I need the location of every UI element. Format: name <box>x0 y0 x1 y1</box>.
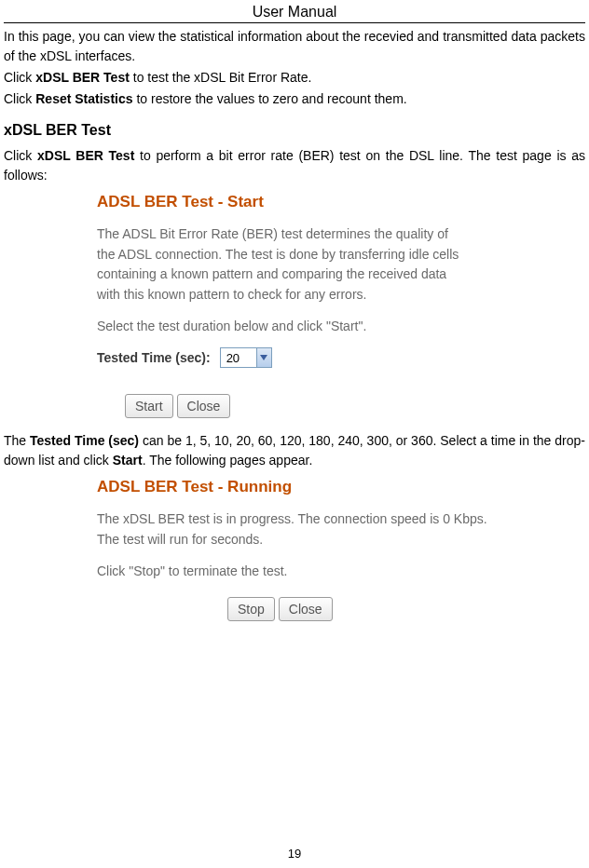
xdsl-ber-test-bold: xDSL BER Test <box>37 148 134 163</box>
chevron-down-icon <box>256 348 271 367</box>
close-button[interactable]: Close <box>177 394 231 418</box>
text: . The following pages appear. <box>143 453 313 468</box>
start-button[interactable]: Start <box>125 394 173 418</box>
text: Click <box>4 148 37 163</box>
text: Click <box>4 91 35 106</box>
intro-paragraph: In this page, you can view the statistic… <box>4 27 585 66</box>
dialog-title: ADSL BER Test - Running <box>97 478 488 496</box>
text: The <box>4 433 30 448</box>
page-number: 19 <box>0 847 589 861</box>
tested-time-row: Tested Time (sec): 20 <box>97 347 470 368</box>
tested-time-bold: Tested Time (sec) <box>30 433 139 448</box>
section-heading: xDSL BER Test <box>4 122 585 139</box>
mid-paragraph: The Tested Time (sec) can be 1, 5, 10, 2… <box>4 431 585 470</box>
page-title: User Manual <box>4 4 585 23</box>
tested-time-label: Tested Time (sec): <box>97 350 211 365</box>
dialog-title: ADSL BER Test - Start <box>97 193 470 211</box>
stop-button[interactable]: Stop <box>227 597 275 621</box>
intro-line-2: Click xDSL BER Test to test the xDSL Bit… <box>4 68 585 88</box>
dialog-instruction: Click "Stop" to terminate the test. <box>97 562 488 582</box>
embedded-dialog-start: ADSL BER Test - Start The ADSL Bit Error… <box>97 193 470 418</box>
tested-time-select[interactable]: 20 <box>220 347 272 368</box>
button-row: Stop Close <box>227 597 488 621</box>
select-value: 20 <box>226 351 240 365</box>
button-row: Start Close <box>125 394 470 418</box>
start-bold: Start <box>113 453 143 468</box>
dialog-description: The ADSL Bit Error Rate (BER) test deter… <box>97 224 470 305</box>
close-button[interactable]: Close <box>279 597 333 621</box>
dialog-instruction: Select the test duration below and click… <box>97 317 470 337</box>
dialog-description: The xDSL BER test is in progress. The co… <box>97 509 488 549</box>
text: Click <box>4 70 35 85</box>
section-intro: Click xDSL BER Test to perform a bit err… <box>4 146 585 185</box>
text: to restore the values to zero and recoun… <box>133 91 407 106</box>
intro-line-3: Click Reset Statistics to restore the va… <box>4 89 585 109</box>
text: to test the xDSL Bit Error Rate. <box>130 70 312 85</box>
xdsl-ber-test-bold: xDSL BER Test <box>35 70 130 85</box>
reset-statistics-bold: Reset Statistics <box>35 91 132 106</box>
embedded-dialog-running: ADSL BER Test - Running The xDSL BER tes… <box>97 478 488 620</box>
